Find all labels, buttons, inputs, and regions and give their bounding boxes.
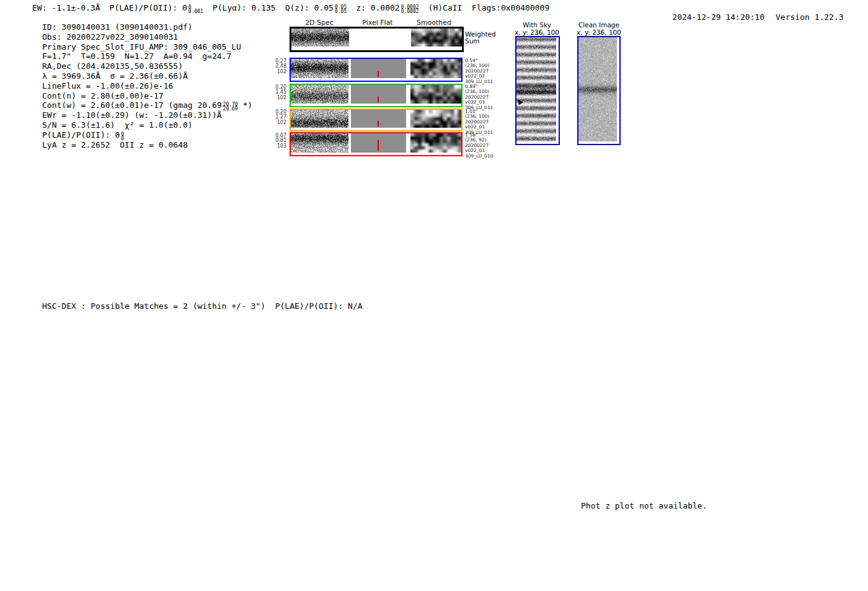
- sky-image-panels: With Sky x, y: 236, 100Clean Image x, y:…: [508, 19, 639, 152]
- header-segment-text: P(Lyα): 0.135: [213, 3, 276, 12]
- info-line-text: ID: 3090140031 (3090140031.pdf): [42, 22, 193, 32]
- info-line-tail: *): [238, 100, 252, 110]
- sub-value: 0.0002: [401, 9, 419, 14]
- header-segment-text: z: 0.0002: [356, 3, 399, 12]
- info-line-text: LineFlux = -1.00(±0.26)e-16: [42, 81, 173, 91]
- info-line-text: Cont(w) = 2.60(±0.01)e-17 (gmag 20.69: [42, 100, 222, 110]
- spec2d-column-header: 2D Spec: [305, 19, 334, 27]
- info-line: Cont(w) = 2.60(±0.01)e-17 (gmag 20.6920.…: [42, 100, 252, 110]
- header-segment-text: (H)CaII Flags:0x00400009: [428, 3, 550, 12]
- summary-header: EW: -1.1±-0.3ÅP(LAE)/P(OII): 000.001P(Ly…: [32, 3, 559, 14]
- sub-value: 0.05: [335, 9, 347, 14]
- photz-note: Phot z plot not available.: [581, 501, 707, 510]
- info-line-text: RA,Dec (204.420135,50.836555): [42, 61, 183, 71]
- info-line-text: P(LAE)/P(OII): 0: [42, 130, 120, 140]
- hsc-matches-header: HSC-DEX : Possible Matches = 2 (within +…: [42, 301, 363, 311]
- spec2d-row-box: [290, 132, 463, 156]
- row-2d-spec-image: [291, 85, 348, 104]
- weighted-sum-label-2: Sum: [465, 38, 480, 45]
- header-segment-text: EW: -1.1±-0.3Å: [32, 3, 100, 12]
- sky-panel-box: [577, 36, 621, 145]
- sky-panel-title: With Sky x, y: 236, 100: [515, 21, 559, 36]
- row-smoothed-image: [410, 133, 461, 153]
- row-pixel-flat: [351, 85, 406, 104]
- info-line: EWr = -1.10(±0.29) (w: -1.20(±0.31))Å: [42, 110, 252, 120]
- header-segment-text: P(LAE)/P(OII): 0: [110, 3, 187, 12]
- supsub-fraction: 20.7020.69: [223, 102, 238, 111]
- row-obs-label: 1.01" (236, 100) 20200227 v022_01 309_LU…: [465, 109, 493, 135]
- cutout-panels: [0, 315, 471, 445]
- info-line: F=1.7" T=0.159 N=1.27 A=0.94 g=24.7: [42, 51, 252, 61]
- header-segment: Q(z): 0.050.050.05: [285, 3, 347, 12]
- header-segment: P(Lyα): 0.135: [213, 3, 276, 12]
- row-2d-spec-image: [291, 110, 348, 128]
- sky-panel-image-1: [578, 37, 617, 141]
- info-line: LineFlux = -1.00(±0.26)e-16: [42, 81, 252, 91]
- row-pixel-flat: [351, 110, 406, 128]
- spec2d-row-box: [290, 58, 463, 82]
- full-spectrum-plot: [0, 186, 868, 291]
- pixel-flat-center-tick: [378, 97, 379, 102]
- row-smoothed-image: [410, 59, 461, 78]
- info-line: P(LAE)/P(OII): 000: [42, 130, 252, 140]
- header-segment: z: 0.00020.00020.0002: [356, 3, 418, 12]
- info-line-text: Obs: 20200227v022_3090140031: [42, 32, 178, 42]
- weighted-sum-box: [290, 27, 464, 52]
- row-left-stats: 0.27 2.48 102: [268, 59, 286, 74]
- info-line-text: λ = 3969.36Å σ = 2.36(±0.66)Å: [42, 71, 188, 81]
- info-line-text: Primary Spec_Slot_IFU_AMP: 309_046_005_L…: [42, 42, 241, 51]
- header-segment-text: Q(z): 0.05: [285, 3, 334, 12]
- sky-panel-box: [515, 36, 560, 145]
- info-line-text: Cont(n) = 2.80(±0.00)e-17: [42, 91, 164, 100]
- row-2d-spec-image: [291, 59, 348, 78]
- info-line: Obs: 20200227v022_3090140031: [42, 32, 252, 42]
- row-smoothed-image: [410, 85, 461, 104]
- supsub-fraction: 0.00020.0002: [401, 5, 419, 14]
- row-left-stats: 0.20 1.45 102: [268, 85, 286, 100]
- line-fit-plot: [641, 36, 827, 144]
- spec2d-column-header: Smoothed: [417, 19, 451, 27]
- row-left-stats: 0.07 0.81 103: [268, 133, 286, 149]
- header-segment: P(LAE)/P(OII): 000.001: [110, 3, 203, 12]
- report-meta: 2024-12-29 14:20:10Version 1.22.3: [653, 3, 855, 31]
- row-obs-label: 0.89" (236, 100) 20200227 v022_03 309_LU…: [465, 84, 493, 110]
- sky-panel-image-0: [516, 37, 556, 141]
- info-line: LyA z = 2.2652 OII z = 0.0648: [42, 140, 252, 150]
- info-line: S/N = 6.3(±1.6) χ² = 1.0(±0.0): [42, 120, 252, 130]
- supsub-fraction: 0.050.05: [335, 5, 347, 14]
- row-pixel-flat: [351, 59, 406, 78]
- detection-info-block: ID: 3090140031 (3090140031.pdf)Obs: 2020…: [42, 22, 252, 149]
- info-line: Primary Spec_Slot_IFU_AMP: 309_046_005_L…: [42, 42, 252, 52]
- row-left-stats: 0.20 1.27 102: [268, 110, 286, 125]
- sub-value: 20.69: [223, 107, 238, 111]
- elixer-report-page: EW: -1.1±-0.3ÅP(LAE)/P(OII): 000.001P(Ly…: [0, 0, 868, 591]
- spec2d-row-box: [290, 84, 463, 107]
- info-line: RA,Dec (204.420135,50.836555): [42, 61, 252, 71]
- spec2d-section: 2D SpecPixel FlatSmoothedWeightedSum0.27…: [260, 17, 508, 160]
- report-version: Version 1.22.3: [776, 12, 844, 22]
- pixel-flat-center-tick: [378, 121, 379, 127]
- info-line-text: LyA z = 2.2652 OII z = 0.0648: [42, 140, 188, 149]
- info-line-text: F=1.7" T=0.159 N=1.27 A=0.94 g=24.7: [42, 51, 231, 61]
- row-pixel-flat: [351, 133, 406, 153]
- weighted-2d-spec-image: [291, 29, 349, 47]
- row-obs-label: 0.59" (236, 100) 20200227 v022_02 309_LU…: [465, 58, 493, 84]
- info-line-text: S/N = 6.3(±1.6) χ² = 1.0(±0.0): [42, 120, 193, 130]
- header-segment: (H)CaII Flags:0x00400009: [428, 3, 550, 12]
- supsub-fraction: 00.001: [188, 5, 203, 14]
- info-line: Cont(n) = 2.80(±0.00)e-17: [42, 91, 252, 101]
- info-line: ID: 3090140031 (3090140031.pdf): [42, 22, 252, 32]
- spec2d-column-header: Pixel Flat: [362, 19, 392, 27]
- weighted-smoothed-image: [411, 29, 462, 47]
- header-segment: EW: -1.1±-0.3Å: [32, 3, 100, 12]
- report-timestamp: 2024-12-29 14:20:10: [672, 12, 764, 22]
- row-2d-spec-image: [291, 133, 348, 153]
- pixel-flat-center-tick: [378, 71, 379, 77]
- spec2d-row-box: [290, 109, 463, 131]
- row-obs-label: 1.56" (236, 92) 20200227 v022_01 309_LU_…: [465, 133, 493, 159]
- sky-panel-title: Clean Image x, y: 236, 100: [577, 21, 621, 36]
- info-line-text: EWr = -1.10(±0.29) (w: -1.20(±0.31))Å: [42, 110, 222, 120]
- sub-value: 0.001: [188, 9, 203, 14]
- pixel-flat-center-tick: [378, 140, 379, 151]
- info-line: λ = 3969.36Å σ = 2.36(±0.66)Å: [42, 71, 252, 81]
